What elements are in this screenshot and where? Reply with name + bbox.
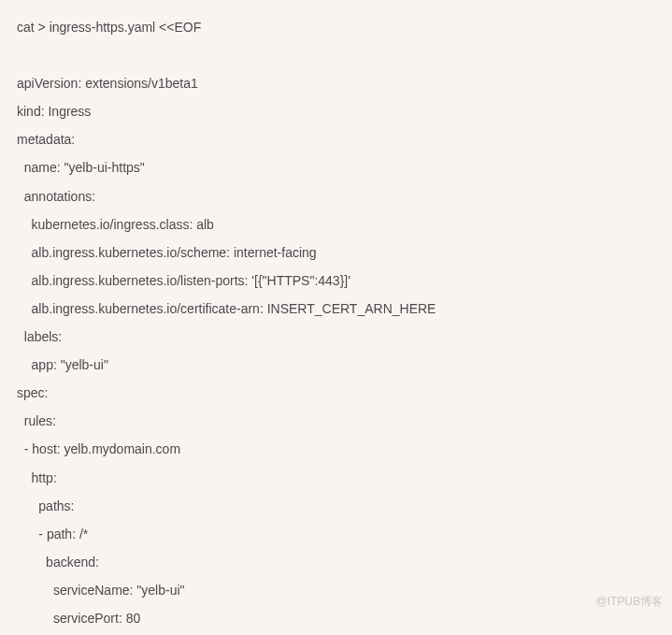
watermark: @ITPUB博客	[595, 590, 663, 614]
code-block: cat > ingress-https.yaml <<EOF apiVersio…	[17, 13, 655, 635]
